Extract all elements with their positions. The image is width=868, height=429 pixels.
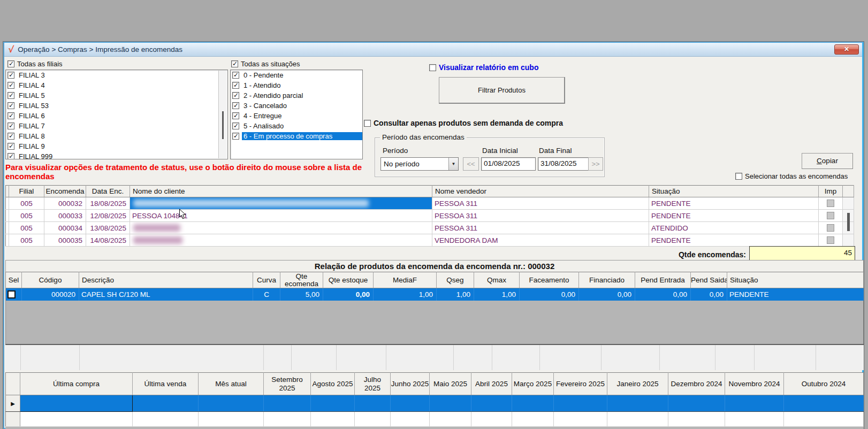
products-header-qte-estoque[interactable]: Qte estoque — [323, 272, 374, 288]
branch-item[interactable]: FILIAL 6 — [6, 111, 227, 121]
status-item[interactable]: 5 - Analisado — [231, 121, 362, 131]
checkbox-icon[interactable] — [364, 120, 371, 127]
checkbox-icon[interactable] — [232, 92, 239, 99]
checkbox-icon[interactable] — [232, 102, 239, 109]
history-header-month[interactable]: Agosto 2025 — [311, 373, 355, 395]
history-header-month[interactable]: Março 2025 — [512, 373, 554, 395]
checkbox-icon[interactable] — [231, 60, 238, 67]
order-row[interactable]: 005 000032 18/08/2025 PESSOA 311 PENDENT… — [6, 197, 854, 210]
cube-report-checkbox[interactable]: Visualizar relatório em cubo — [429, 63, 538, 72]
no-demand-checkbox[interactable]: Consultar apenas produtos sem demanda de… — [364, 119, 563, 127]
branches-list[interactable]: FILIAL 3 FILIAL 4 FILIAL 5 FILIAL 53 FIL… — [5, 70, 228, 159]
branch-item[interactable]: FILIAL 8 — [6, 131, 227, 141]
history-header-ultima-venda[interactable]: Última venda — [133, 373, 199, 395]
checkbox-icon[interactable] — [7, 143, 14, 150]
checkbox-icon[interactable] — [232, 112, 239, 119]
checkbox-icon[interactable] — [735, 173, 742, 180]
branch-item[interactable]: FILIAL 4 — [6, 80, 227, 90]
status-item[interactable]: 3 - Cancelado — [231, 101, 362, 111]
copy-button[interactable]: Copiar — [802, 153, 853, 169]
products-header-descricao[interactable]: Descrição — [79, 272, 253, 288]
orders-header-filial[interactable]: Filial — [9, 186, 44, 197]
history-header-month[interactable]: Maio 2025 — [430, 373, 471, 395]
status-item[interactable]: 1 - Atendido — [231, 80, 362, 90]
branch-item[interactable]: FILIAL 7 — [6, 121, 227, 131]
orders-scrollbar-thumb[interactable] — [847, 213, 850, 231]
checkbox-icon[interactable] — [7, 92, 14, 99]
history-header-month[interactable]: Abril 2025 — [471, 373, 512, 395]
history-row[interactable] — [6, 412, 864, 427]
products-header-curva[interactable]: Curva — [253, 272, 280, 288]
order-row[interactable]: 005 000033 12/08/2025 PESSOA 104841 PESS… — [6, 210, 854, 222]
history-header-ultima-compra[interactable]: Última compra — [20, 373, 133, 395]
product-select-checkbox[interactable] — [7, 290, 16, 298]
branch-item[interactable]: FILIAL 999 — [6, 151, 227, 159]
select-all-orders-checkbox[interactable]: Selecionar todas as encomendas — [735, 172, 848, 180]
imp-checkbox[interactable] — [827, 212, 834, 219]
checkbox-icon[interactable] — [7, 82, 14, 89]
checkbox-icon[interactable] — [7, 72, 14, 79]
checkbox-icon[interactable] — [7, 133, 14, 140]
orders-header-encomenda[interactable]: Encomenda — [44, 186, 86, 197]
checkbox-icon[interactable] — [232, 122, 239, 129]
branches-scrollbar[interactable] — [218, 71, 227, 158]
imp-checkbox[interactable] — [827, 200, 834, 207]
status-item[interactable]: 0 - Pendente — [231, 70, 362, 80]
products-header-mediaf[interactable]: MediaF — [374, 272, 437, 288]
statuses-list[interactable]: 0 - Pendente 1 - Atendido 2 - Atendido p… — [230, 70, 363, 159]
status-item-selected[interactable]: 6 - Em processo de compras — [231, 131, 362, 141]
branch-item[interactable]: FILIAL 9 — [6, 141, 227, 151]
history-row-selected[interactable]: ▶ — [6, 395, 864, 412]
history-header-month[interactable]: Janeiro 2025 — [607, 373, 668, 395]
checkbox-icon[interactable] — [232, 82, 239, 89]
orders-header-cliente[interactable]: Nome do cliente — [130, 186, 432, 197]
imp-checkbox[interactable] — [827, 236, 834, 244]
products-header-faceamento[interactable]: Faceamento — [520, 272, 579, 288]
orders-header-vendedor[interactable]: Nome vendedor — [432, 186, 649, 197]
status-item[interactable]: 2 - Atendido parcial — [231, 90, 362, 101]
history-header-month[interactable]: Dezembro 2024 — [668, 373, 725, 395]
filter-products-button[interactable]: Filtrar Produtos — [439, 77, 565, 104]
imp-checkbox[interactable] — [827, 224, 834, 232]
history-header-month[interactable]: Julho 2025 — [355, 373, 391, 395]
checkbox-icon[interactable] — [232, 72, 239, 79]
branch-item[interactable]: FILIAL 3 — [6, 70, 227, 80]
order-row[interactable]: 005 000034 13/08/2025 PESSOA 311 ATENDID… — [6, 222, 854, 234]
status-item[interactable]: 4 - Entregue — [231, 111, 362, 121]
orders-header-data[interactable]: Data Enc. — [86, 186, 130, 197]
history-header-month[interactable]: Outubro 2024 — [784, 373, 864, 395]
titlebar[interactable]: √ Operação > Compras > Impressão de enco… — [4, 43, 862, 57]
history-header-month[interactable]: Setembro 2025 — [264, 373, 311, 395]
history-header-mes-atual[interactable]: Mês atual — [199, 373, 264, 395]
products-header-financiado[interactable]: Financiado — [579, 272, 635, 288]
orders-header-imp[interactable]: Imp — [819, 186, 843, 197]
scrollbar-thumb[interactable] — [222, 111, 224, 139]
all-branches-checkbox[interactable]: Todas as filiais — [7, 60, 63, 68]
product-pend-saida: 0,00 — [691, 288, 727, 301]
all-statuses-checkbox[interactable]: Todas as situações — [231, 60, 300, 68]
checkbox-icon[interactable] — [7, 60, 14, 67]
products-header-qte-ecomenda[interactable]: Qte ecomenda — [280, 272, 323, 288]
history-header-month[interactable]: Novembro 2024 — [725, 373, 784, 395]
products-header-pend-entrada[interactable]: Pend Entrada — [635, 272, 691, 288]
history-header-month[interactable]: Fevereiro 2025 — [554, 373, 607, 395]
products-header-qmax[interactable]: Qmax — [474, 272, 520, 288]
history-header-month[interactable]: Junho 2025 — [391, 373, 430, 395]
branch-item[interactable]: FILIAL 5 — [6, 90, 227, 101]
order-row[interactable]: 005 000035 14/08/2025 VENDEDORA DAM PEND… — [6, 234, 854, 247]
products-header-codigo[interactable]: Código — [22, 272, 79, 288]
checkbox-icon[interactable] — [7, 122, 14, 129]
close-button[interactable]: ✕ — [834, 44, 859, 55]
checkbox-icon[interactable] — [429, 64, 436, 71]
product-row[interactable]: 000020 CAPEL SH C/120 ML C 5,00 0,00 1,0… — [6, 288, 864, 301]
orders-header-situacao[interactable]: Situação — [649, 186, 819, 197]
branch-item[interactable]: FILIAL 53 — [6, 101, 227, 111]
checkbox-icon[interactable] — [7, 153, 14, 159]
products-header-situacao[interactable]: Situação — [727, 272, 864, 288]
products-header-qseg[interactable]: Qseg — [437, 272, 474, 288]
checkbox-icon[interactable] — [232, 133, 239, 140]
checkbox-icon[interactable] — [7, 112, 14, 119]
products-header-sel[interactable]: Sel — [6, 272, 22, 288]
products-header-pend-saida[interactable]: Pend Saida — [691, 272, 727, 288]
checkbox-icon[interactable] — [7, 102, 14, 109]
